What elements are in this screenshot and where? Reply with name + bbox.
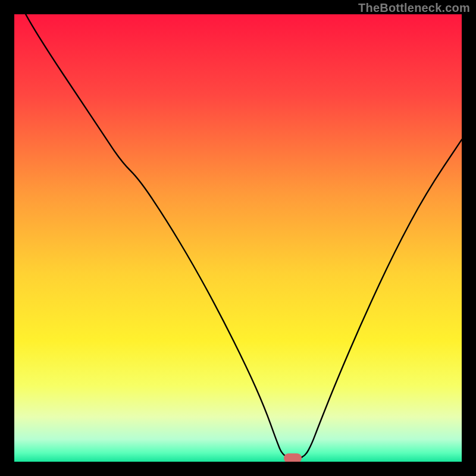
watermark-text: TheBottleneck.com (358, 1, 470, 15)
plot-area (14, 14, 462, 462)
optimal-marker (284, 453, 302, 462)
chart-frame: TheBottleneck.com (0, 0, 476, 476)
background-gradient (14, 14, 462, 462)
